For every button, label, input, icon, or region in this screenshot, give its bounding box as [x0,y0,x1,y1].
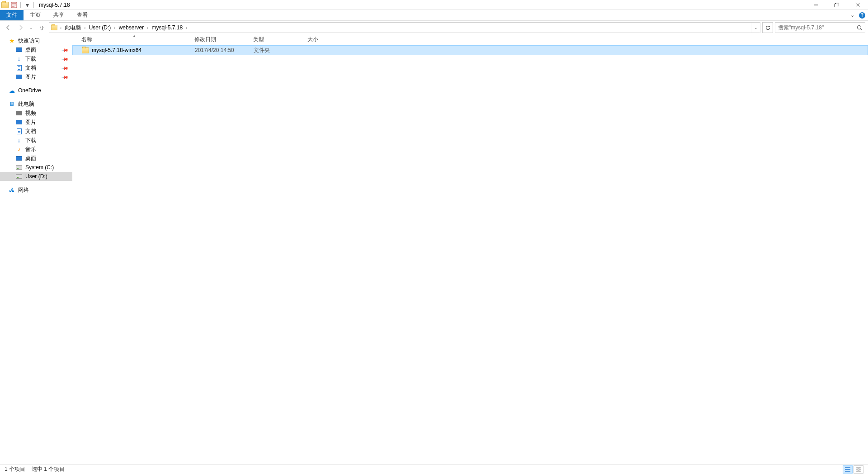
titlebar: ▾ mysql-5.7.18 [0,0,868,10]
minimize-button[interactable] [806,0,826,10]
sidebar-item-drive-c[interactable]: System (C:) [0,163,72,172]
window-controls [806,0,868,10]
thumbnails-view-button[interactable] [854,465,863,474]
svg-rect-6 [859,470,861,472]
column-size[interactable]: 大小 [304,36,340,43]
window-title: mysql-5.7.18 [39,2,70,8]
tab-file[interactable]: 文件 [0,10,24,20]
cell-type: 文件夹 [250,47,304,54]
document-icon [15,128,23,134]
file-name: mysql-5.7.18-winx64 [92,47,142,53]
sidebar-label: 快速访问 [18,37,40,45]
chevron-right-icon[interactable]: › [185,25,188,30]
sidebar-onedrive[interactable]: ☁ OneDrive [0,86,72,95]
sidebar-item-pictures[interactable]: 图片 [0,118,72,127]
view-switcher [843,465,863,474]
maximize-button[interactable] [826,0,847,10]
address-history-icon[interactable]: ⌄ [751,23,760,33]
details-view-button[interactable] [843,465,853,474]
sidebar-item-music[interactable]: ♪ 音乐 [0,145,72,154]
crumb-drive[interactable]: User (D:) [87,23,113,33]
search-icon[interactable] [854,23,865,33]
star-icon: ★ [8,38,15,44]
picture-icon [15,119,23,125]
close-button[interactable] [847,0,868,10]
cell-name: mysql-5.7.18-winx64 [78,47,191,53]
svg-rect-4 [859,467,861,469]
sort-asc-icon: ▲ [132,34,136,38]
sidebar-label: 此电脑 [18,100,34,108]
crumb-current[interactable]: mysql-5.7.18 [149,23,185,33]
sidebar-item-documents[interactable]: 文档 [0,127,72,136]
sidebar-item-desktop[interactable]: 桌面 📌 [0,45,72,54]
folder-icon [82,47,89,53]
nav-tree: ★ 快速访问 桌面 📌 ↓ 下载 📌 文档 📌 [0,34,72,464]
sidebar-item-label: 图片 [25,118,36,126]
drive-icon [15,173,23,180]
sidebar-item-videos[interactable]: 视频 [0,109,72,118]
sidebar-quick-access[interactable]: ★ 快速访问 [0,36,72,45]
recent-dropdown-icon[interactable]: ⌄ [28,22,34,33]
back-button[interactable] [3,22,14,33]
desktop-icon [15,47,23,53]
statusbar: 1 个项目 选中 1 个项目 [0,464,868,474]
pin-icon: 📌 [61,55,69,62]
sidebar-network[interactable]: 🖧 网络 [0,185,72,194]
sidebar-item-downloads[interactable]: ↓ 下载 [0,136,72,145]
up-button[interactable] [36,22,47,33]
status-selected-count: 选中 1 个项目 [32,465,65,473]
ribbon-expand-icon[interactable]: ⌄ [848,12,857,18]
help-icon[interactable]: ? [859,12,865,19]
sidebar-item-label: 图片 [25,73,36,81]
file-list: 名称 ▲ 修改日期 类型 大小 mysql-5.7.18-winx642017/… [72,34,868,464]
address-bar[interactable]: › 此电脑 › User (D:) › webserver › mysql-5.… [49,22,760,33]
column-type[interactable]: 类型 [250,36,304,43]
search-input[interactable] [775,24,854,31]
tab-share[interactable]: 共享 [47,10,71,20]
column-modified[interactable]: 修改日期 [191,36,250,43]
sidebar-item-label: 音乐 [25,146,36,153]
network-icon: 🖧 [8,187,15,193]
sidebar-item-downloads[interactable]: ↓ 下载 📌 [0,54,72,63]
tab-home[interactable]: 主页 [24,10,47,20]
cloud-icon: ☁ [8,87,15,94]
sidebar-item-desktop[interactable]: 桌面 [0,154,72,163]
chevron-right-icon[interactable]: › [59,25,62,30]
chevron-right-icon[interactable]: › [146,25,149,30]
search-box[interactable] [775,22,865,33]
pin-icon: 📌 [61,46,69,53]
sidebar-item-drive-d[interactable]: User (D:) [0,172,72,181]
ribbon-right: ⌄ ? [848,10,868,20]
table-row[interactable]: mysql-5.7.18-winx642017/4/20 14:50文件夹 [72,45,868,55]
svg-rect-5 [856,470,858,472]
picture-icon [15,74,23,80]
crumb-webserver[interactable]: webserver [117,23,146,33]
sidebar-item-label: 文档 [25,64,36,72]
qat-separator [20,2,21,8]
column-name[interactable]: 名称 ▲ [78,36,191,43]
column-headers: 名称 ▲ 修改日期 类型 大小 [72,34,868,45]
chevron-right-icon[interactable]: › [83,25,86,30]
svg-rect-1 [835,4,838,7]
sidebar-this-pc[interactable]: 🖥 此电脑 [0,100,72,109]
refresh-button[interactable] [762,22,773,33]
column-label: 名称 [81,36,92,43]
forward-button[interactable] [15,22,26,33]
qat-dropdown-icon[interactable]: ▾ [23,1,31,9]
sidebar-item-documents[interactable]: 文档 📌 [0,63,72,72]
drive-icon [15,164,23,171]
tab-view[interactable]: 查看 [71,10,94,20]
chevron-right-icon[interactable]: › [113,25,116,30]
nav-row: ⌄ › 此电脑 › User (D:) › webserver › mysql-… [0,21,868,34]
download-icon: ↓ [15,137,23,143]
properties-icon[interactable] [10,1,18,9]
crumb-this-pc[interactable]: 此电脑 [62,23,83,33]
status-item-count: 1 个项目 [5,465,25,473]
pc-icon: 🖥 [8,101,15,107]
main-area: ★ 快速访问 桌面 📌 ↓ 下载 📌 文档 📌 [0,34,868,464]
column-label: 类型 [253,36,264,43]
address-folder-icon [49,24,59,31]
sidebar-item-pictures[interactable]: 图片 📌 [0,72,72,81]
ribbon: 文件 主页 共享 查看 ⌄ ? [0,10,868,21]
pin-icon: 📌 [61,73,69,81]
